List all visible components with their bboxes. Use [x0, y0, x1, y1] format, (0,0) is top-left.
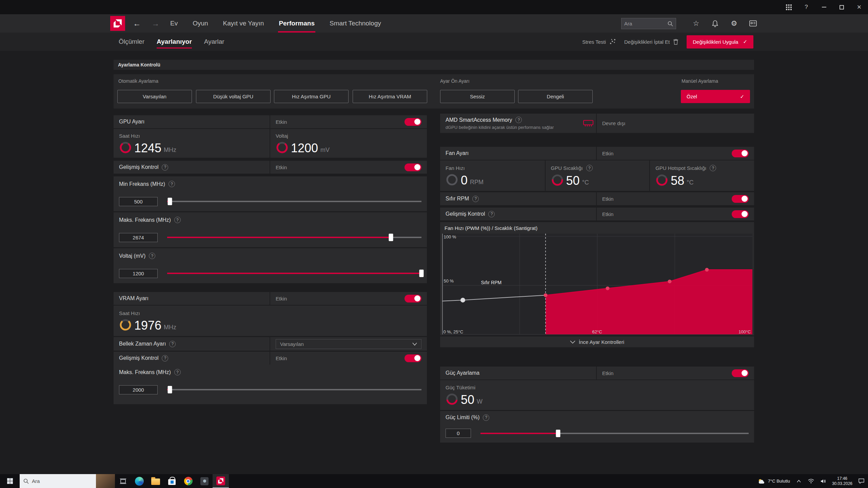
favorites-star-icon[interactable]: ☆ [692, 19, 700, 27]
help-icon[interactable]: ? [162, 355, 168, 362]
minimize-button[interactable] [815, 0, 833, 14]
help-icon[interactable]: ? [472, 196, 479, 202]
menu-performance[interactable]: Performans [279, 14, 315, 33]
power-tuning-toggle[interactable] [732, 369, 749, 377]
task-view-button[interactable] [115, 474, 131, 488]
menu-home[interactable]: Ev [170, 14, 178, 33]
taskbar-search-box[interactable] [20, 474, 96, 488]
stress-test-button[interactable]: Stres Testi [582, 38, 616, 45]
fan-curve-control-point[interactable] [460, 298, 465, 302]
back-arrow-icon[interactable]: ← [133, 19, 141, 28]
preset-default-button[interactable]: Varsayılan [117, 90, 192, 103]
min-freq-slider[interactable] [167, 197, 421, 206]
help-icon[interactable]: ? [149, 253, 155, 259]
fan-curve-control-point[interactable] [705, 268, 709, 272]
power-limit-input[interactable] [446, 429, 471, 438]
taskbar-file-explorer-icon[interactable] [147, 474, 164, 488]
taskbar-radeon-icon[interactable] [213, 474, 229, 488]
fan-curve-control-point[interactable] [668, 279, 671, 283]
taskbar-store-icon[interactable] [164, 474, 180, 488]
tab-settings[interactable]: Ayarlar [204, 33, 224, 51]
fan-curve-control-point[interactable] [606, 287, 609, 290]
power-limit-slider[interactable] [480, 429, 749, 437]
power-limit-slider-handle[interactable] [556, 430, 560, 437]
voltage-slider[interactable] [167, 269, 421, 277]
preset-undervolt-gpu-button[interactable]: Düşük voltaj GPU [196, 90, 271, 103]
profile-card-icon[interactable] [749, 19, 757, 27]
help-icon[interactable]: ? [483, 414, 489, 421]
vram-tuning-toggle[interactable] [405, 295, 421, 302]
fan-curve-control-point[interactable] [544, 293, 547, 297]
menu-gaming[interactable]: Oyun [193, 14, 208, 33]
amd-logo[interactable] [110, 16, 125, 31]
vram-max-freq-slider-handle[interactable] [167, 386, 172, 393]
taskbar-clock[interactable]: 17:46 30.03.2026 [832, 476, 852, 486]
memory-timing-dropdown[interactable]: Varsayılan [276, 339, 421, 349]
preset-balanced-button[interactable]: Dengeli [518, 90, 593, 103]
min-freq-input[interactable] [119, 197, 158, 206]
auto-tuning-label: Otomatik Ayarlama [118, 78, 158, 84]
cancel-changes-button[interactable]: Değişiklikleri İptal Et [624, 39, 678, 45]
fan-tuning-toggle[interactable] [732, 150, 749, 157]
fine-tuning-controls-button[interactable]: İnce Ayar Kontrolleri [440, 336, 754, 347]
forward-arrow-icon[interactable]: → [152, 19, 159, 28]
search-input[interactable] [624, 21, 668, 26]
help-icon[interactable]: ? [174, 217, 181, 223]
help-icon[interactable]: ? [488, 211, 495, 217]
vram-max-freq-input[interactable] [119, 385, 158, 394]
tray-chevron-up-icon[interactable] [795, 478, 802, 485]
apps-grid-icon[interactable] [780, 0, 797, 14]
taskbar-edge-icon[interactable] [131, 474, 147, 488]
menu-smart-technology[interactable]: Smart Technology [330, 14, 381, 33]
help-icon[interactable]: ? [586, 165, 593, 171]
gpu-tuning-toggle[interactable] [405, 118, 421, 126]
vram-max-freq-slider[interactable] [167, 386, 421, 394]
min-freq-slider-handle[interactable] [167, 198, 172, 205]
taskbar-chrome-icon[interactable] [180, 474, 196, 488]
tray-network-icon[interactable] [808, 478, 814, 485]
menu-record-stream[interactable]: Kayıt ve Yayın [223, 14, 264, 33]
fan-curve-chart[interactable]: 100 % 50 % 0 %, 25°C 62°C 100°C Sıfır RP… [442, 234, 752, 335]
news-widget-thumbnail[interactable] [96, 474, 115, 488]
window-titlebar: ? × [0, 0, 868, 14]
zero-rpm-toggle[interactable] [732, 195, 749, 203]
action-center-icon[interactable] [858, 478, 865, 485]
help-icon[interactable]: ? [169, 341, 176, 347]
left-tuning-column: GPU Ayarı Etkin Saat Hızı [114, 115, 427, 404]
settings-gear-icon[interactable]: ⚙ [730, 19, 738, 27]
help-icon[interactable]: ? [797, 0, 815, 14]
preset-quiet-button[interactable]: Sessiz [440, 90, 515, 103]
help-icon[interactable]: ? [174, 369, 181, 375]
start-button[interactable] [0, 474, 20, 488]
help-icon[interactable]: ? [710, 165, 716, 171]
taskbar-search-input[interactable] [32, 478, 92, 484]
max-freq-slider-handle[interactable] [389, 234, 393, 241]
weather-widget[interactable]: 7°C Bulutlu [758, 479, 790, 484]
search-box[interactable] [621, 18, 676, 29]
preset-overclock-gpu-button[interactable]: Hız Aşırtma GPU [274, 90, 349, 103]
max-freq-input[interactable] [119, 233, 158, 242]
gpu-advanced-toggle[interactable] [405, 163, 421, 171]
vram-advanced-toggle[interactable] [405, 354, 421, 362]
preset-custom-button[interactable]: Özel ✓ [681, 90, 750, 103]
preset-overclock-vram-button[interactable]: Hız Aşırtma VRAM [353, 90, 427, 103]
fan-advanced-label: Gelişmiş Kontrol [446, 211, 485, 217]
voltage-slider-handle[interactable] [419, 270, 424, 277]
help-icon[interactable]: ? [169, 181, 175, 187]
max-freq-slider[interactable] [167, 233, 421, 241]
taskbar-app-icon[interactable] [196, 474, 213, 488]
fan-speed-unit: RPM [470, 179, 484, 186]
fan-advanced-toggle[interactable] [732, 210, 749, 218]
help-icon[interactable]: ? [515, 117, 522, 123]
voltage-input[interactable] [119, 269, 158, 278]
apply-changes-button[interactable]: Değişiklikleri Uygula ✓ [687, 35, 753, 48]
tab-metrics[interactable]: Ölçümler [119, 33, 144, 51]
tab-tuning[interactable]: Ayarlanıyor [157, 33, 192, 51]
tray-volume-icon[interactable] [820, 478, 827, 485]
help-icon[interactable]: ? [162, 164, 168, 171]
notifications-bell-icon[interactable] [711, 19, 719, 27]
gpu-advanced-label: Gelişmiş Kontrol [119, 164, 158, 170]
close-button[interactable]: × [850, 0, 868, 14]
subnav-tabs: Ölçümler Ayarlanıyor Ayarlar [119, 33, 224, 51]
maximize-button[interactable] [833, 0, 850, 14]
